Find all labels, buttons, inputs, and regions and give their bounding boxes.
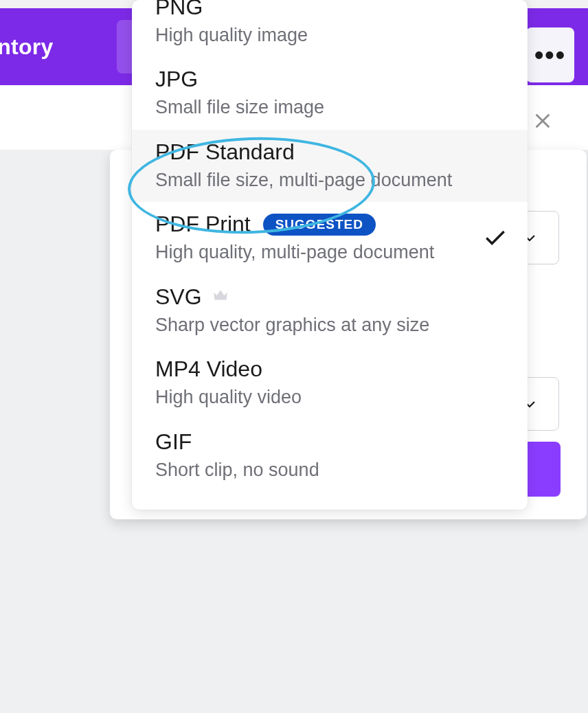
option-desc: Small file size, multi-page document <box>155 168 504 192</box>
option-title: PDF Standard <box>155 139 504 165</box>
option-svg[interactable]: SVG Sharp vector graphics at any size <box>132 275 528 347</box>
option-title: PDF Print SUGGESTED <box>155 212 504 237</box>
nav-item-inventory[interactable]: ventory <box>0 34 54 60</box>
option-title: MP4 Video <box>155 356 504 382</box>
option-gif[interactable]: GIF Short clip, no sound <box>132 420 528 492</box>
option-desc: Short clip, no sound <box>155 457 504 482</box>
option-png[interactable]: PNG High quality image <box>132 0 528 57</box>
option-pdf-standard[interactable]: PDF Standard Small file size, multi-page… <box>132 130 528 202</box>
close-button[interactable] <box>525 103 561 139</box>
option-desc: High quality, multi-page document <box>155 240 504 264</box>
option-title-text: PDF Print <box>155 212 251 237</box>
option-desc: High quality image <box>155 23 504 47</box>
option-desc: High quality video <box>155 385 504 409</box>
option-mp4[interactable]: MP4 Video High quality video <box>132 347 528 419</box>
download-button[interactable] <box>523 442 561 497</box>
option-desc: Small file size image <box>155 95 504 120</box>
option-jpg[interactable]: JPG Small file size image <box>132 57 528 129</box>
option-title: PNG <box>155 0 504 20</box>
option-pdf-print[interactable]: PDF Print SUGGESTED High quality, multi-… <box>132 202 528 274</box>
more-icon: ••• <box>534 49 566 62</box>
crown-icon <box>212 284 229 310</box>
close-icon <box>533 111 552 131</box>
suggested-badge: SUGGESTED <box>263 214 376 236</box>
option-title: GIF <box>155 429 504 455</box>
more-button[interactable]: ••• <box>526 27 574 82</box>
option-title: JPG <box>155 67 504 92</box>
file-type-options-popover: PNG High quality image JPG Small file si… <box>132 0 528 510</box>
check-icon <box>482 224 508 253</box>
option-desc: Sharp vector graphics at any size <box>155 313 504 337</box>
option-title: SVG <box>155 284 504 310</box>
option-title-text: SVG <box>155 284 202 310</box>
